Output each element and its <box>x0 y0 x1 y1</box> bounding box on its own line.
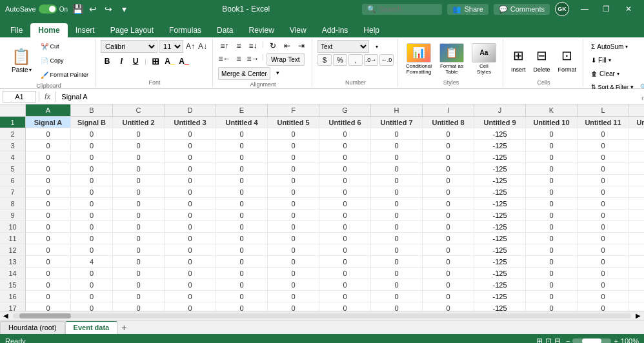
cell-r6-c7[interactable]: 0 <box>371 175 423 186</box>
cell-r14-c6[interactable]: 0 <box>319 268 371 279</box>
decrease-decimal-button[interactable]: ←.0 <box>379 54 394 66</box>
cell-r17-c0[interactable]: 0 <box>26 302 71 311</box>
cell-r12-c5[interactable]: 0 <box>268 244 319 256</box>
cell-r7-c4[interactable]: 0 <box>216 186 268 198</box>
cell-r13-c10[interactable]: 0 <box>526 256 578 268</box>
cell-r9-c10[interactable]: 0 <box>526 210 578 221</box>
cell-r16-c9[interactable]: -125 <box>474 291 526 302</box>
cell-r3-c3[interactable]: 0 <box>165 140 216 152</box>
cell-styles-button[interactable]: Aa CellStyles <box>469 42 499 77</box>
format-button[interactable]: ⊡ Format <box>556 44 579 74</box>
header-cell-4[interactable]: Untitled 4 <box>216 117 268 128</box>
cell-r2-c9[interactable]: -125 <box>474 128 526 140</box>
cell-r4-c0[interactable]: 0 <box>26 152 71 163</box>
cell-r9-c6[interactable]: 0 <box>319 210 371 221</box>
cell-r6-c3[interactable]: 0 <box>165 175 216 186</box>
cell-r7-c7[interactable]: 0 <box>371 186 423 198</box>
cell-r12-c1[interactable]: 0 <box>71 244 113 256</box>
tab-insert[interactable]: Insert <box>68 23 103 37</box>
col-header-H[interactable]: H <box>371 104 423 116</box>
cell-r3-c12[interactable]: 0 <box>629 140 644 152</box>
tab-data[interactable]: Data <box>209 23 241 37</box>
cell-r12-c3[interactable]: 0 <box>165 244 216 256</box>
header-cell-8[interactable]: Untitled 8 <box>423 117 474 128</box>
cell-r2-c1[interactable]: 0 <box>71 128 113 140</box>
header-cell-2[interactable]: Untitled 2 <box>113 117 165 128</box>
fill-color-button[interactable]: A_ <box>163 55 176 68</box>
cell-r8-c8[interactable]: 0 <box>423 198 474 210</box>
cell-r5-c2[interactable]: 0 <box>113 163 165 175</box>
cell-r6-c2[interactable]: 0 <box>113 175 165 186</box>
cell-r16-c1[interactable]: 0 <box>71 291 113 302</box>
cell-r6-c9[interactable]: -125 <box>474 175 526 186</box>
customize-qat-button[interactable]: ▾ <box>118 3 130 15</box>
cell-r14-c0[interactable]: 0 <box>26 268 71 279</box>
cell-r7-c10[interactable]: 0 <box>526 186 578 198</box>
col-header-B[interactable]: B <box>71 104 113 116</box>
font-family-select[interactable]: Calibri <box>101 40 157 53</box>
col-header-M[interactable]: M <box>629 104 644 116</box>
cell-r10-c3[interactable]: 0 <box>165 221 216 233</box>
cell-r10-c9[interactable]: -125 <box>474 221 526 233</box>
cell-r7-c3[interactable]: 0 <box>165 186 216 198</box>
insert-button[interactable]: ⊞ Insert <box>508 44 528 74</box>
cell-r5-c12[interactable]: 0 <box>629 163 644 175</box>
row-header-12[interactable]: 12 <box>0 244 26 256</box>
cell-r2-c4[interactable]: 0 <box>216 128 268 140</box>
cell-r17-c10[interactable]: 0 <box>526 302 578 311</box>
cell-r3-c6[interactable]: 0 <box>319 140 371 152</box>
cell-r5-c3[interactable]: 0 <box>165 163 216 175</box>
cell-r16-c3[interactable]: 0 <box>165 291 216 302</box>
cell-r4-c12[interactable]: 0 <box>629 152 644 163</box>
zoom-in-button[interactable]: + <box>614 337 618 343</box>
cell-r7-c2[interactable]: 0 <box>113 186 165 198</box>
cell-r12-c2[interactable]: 0 <box>113 244 165 256</box>
cell-r16-c0[interactable]: 0 <box>26 291 71 302</box>
header-cell-7[interactable]: Untitled 7 <box>371 117 423 128</box>
comments-button[interactable]: 💬 Comments <box>494 4 550 15</box>
cell-r7-c6[interactable]: 0 <box>319 186 371 198</box>
share-button[interactable]: 👥 Share <box>447 4 488 15</box>
font-color-button[interactable]: A_ <box>177 55 190 68</box>
cell-r15-c5[interactable]: 0 <box>268 279 319 291</box>
tab-formulas[interactable]: Formulas <box>161 23 209 37</box>
percent-button[interactable]: % <box>333 54 347 66</box>
tab-file[interactable]: File <box>3 23 30 37</box>
cell-r15-c8[interactable]: 0 <box>423 279 474 291</box>
cell-r9-c12[interactable]: 0 <box>629 210 644 221</box>
cell-r3-c9[interactable]: -125 <box>474 140 526 152</box>
close-button[interactable]: ✕ <box>618 3 639 15</box>
align-left-button[interactable]: ≡← <box>218 53 231 64</box>
cell-r4-c10[interactable]: 0 <box>526 152 578 163</box>
cell-r15-c1[interactable]: 0 <box>71 279 113 291</box>
row-header-9[interactable]: 9 <box>0 210 26 221</box>
cell-r15-c11[interactable]: 0 <box>578 279 629 291</box>
cell-r11-c1[interactable]: 0 <box>71 233 113 244</box>
cell-r16-c5[interactable]: 0 <box>268 291 319 302</box>
cell-r11-c4[interactable]: 0 <box>216 233 268 244</box>
format-as-table-button[interactable]: 📋 Format asTable <box>437 42 467 77</box>
wrap-text-button[interactable]: Wrap Text <box>267 53 305 66</box>
cell-r8-c6[interactable]: 0 <box>319 198 371 210</box>
row-header-8[interactable]: 8 <box>0 198 26 210</box>
cell-r8-c0[interactable]: 0 <box>26 198 71 210</box>
align-right-button[interactable]: ≡→ <box>247 53 259 64</box>
col-header-F[interactable]: F <box>268 104 319 116</box>
decrease-font-button[interactable]: A↓ <box>197 41 208 52</box>
cell-r14-c2[interactable]: 0 <box>113 268 165 279</box>
cell-r4-c11[interactable]: 0 <box>578 152 629 163</box>
col-header-L[interactable]: L <box>578 104 629 116</box>
row-header-6[interactable]: 6 <box>0 175 26 186</box>
minimize-button[interactable]: — <box>574 3 595 15</box>
horizontal-scrollbar[interactable]: ◀ ▶ <box>0 311 644 320</box>
tab-home[interactable]: Home <box>30 23 67 37</box>
cell-r11-c8[interactable]: 0 <box>423 233 474 244</box>
cell-r3-c5[interactable]: 0 <box>268 140 319 152</box>
cell-r2-c0[interactable]: 0 <box>26 128 71 140</box>
cell-r2-c6[interactable]: 0 <box>319 128 371 140</box>
header-cell-12[interactable]: Untitled 12 <box>629 117 644 128</box>
cell-r8-c12[interactable]: 0 <box>629 198 644 210</box>
cell-r4-c4[interactable]: 0 <box>216 152 268 163</box>
scroll-left-button[interactable]: ◀ <box>0 311 12 320</box>
cell-r9-c9[interactable]: -125 <box>474 210 526 221</box>
